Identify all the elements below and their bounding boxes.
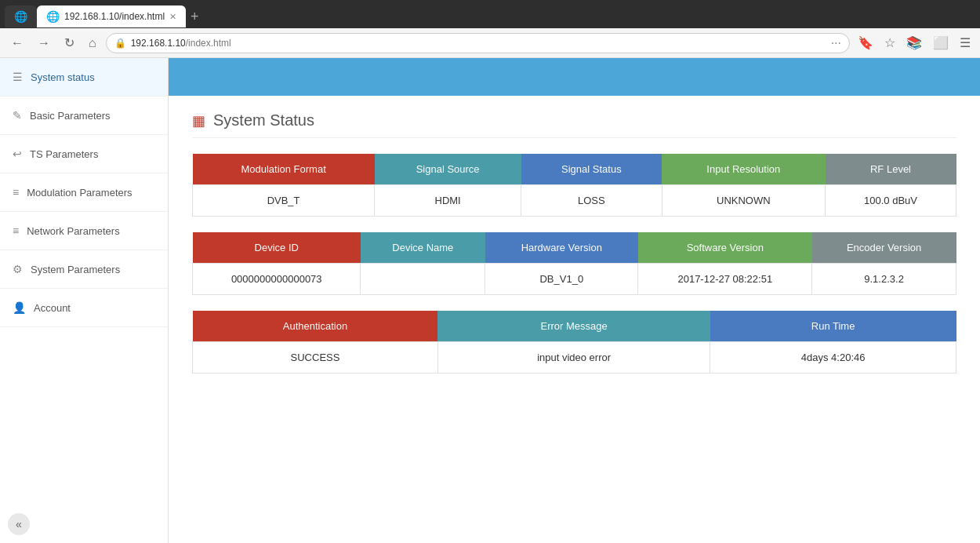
cell-signal-source: HDMI	[375, 185, 521, 217]
content-area: ▦ System Status Modulation Format Signal…	[169, 96, 980, 405]
th-input-resolution: Input Resolution	[662, 154, 825, 185]
cell-software-version: 2017-12-27 08:22:51	[638, 264, 812, 295]
sidebar-item-basic-parameters[interactable]: ✎ Basic Parameters	[0, 97, 168, 135]
th-signal-source: Signal Source	[375, 154, 521, 185]
secure-icon: 🔒	[114, 38, 126, 49]
cell-rf-level: 100.0 dBuV	[826, 185, 956, 217]
sidebar-label-system-parameters: System Parameters	[31, 264, 120, 275]
sidebar-label-network-parameters: Network Parameters	[27, 225, 119, 237]
modulation-parameters-icon: ≡	[13, 186, 19, 199]
sidebar-item-account[interactable]: 👤 Account	[0, 289, 168, 327]
th-modulation-format: Modulation Format	[193, 154, 375, 185]
cell-device-id: 0000000000000073	[193, 264, 361, 295]
library-icon[interactable]: 📚	[903, 34, 925, 52]
th-run-time: Run Time	[710, 311, 956, 342]
app-container: ☰ System status ✎ Basic Parameters ↩ TS …	[0, 58, 980, 543]
sidebar-label-account: Account	[34, 302, 71, 314]
page-title-text: System Status	[213, 111, 314, 129]
th-authentication: Authentication	[193, 311, 438, 342]
cell-authentication: SUCCESS	[193, 342, 438, 374]
browser-chrome: 🌐 🌐 192.168.1.10/index.html ✕ + ← → ↻ ⌂ …	[0, 0, 980, 58]
th-software-version: Software Version	[638, 232, 812, 264]
sidebar-item-system-status[interactable]: ☰ System status	[0, 58, 168, 97]
sidebar-label-basic-parameters: Basic Parameters	[30, 110, 111, 122]
cell-error-message: input video error	[437, 342, 710, 374]
tabs-icon[interactable]: ⬜	[930, 34, 952, 52]
cell-input-resolution: UNKNOWN	[662, 185, 825, 217]
address-url: 192.168.1.10/index.html	[131, 38, 826, 49]
sidebar-item-modulation-parameters[interactable]: ≡ Modulation Parameters	[0, 173, 168, 212]
sidebar-label-ts-parameters: TS Parameters	[30, 148, 98, 160]
tab-close-button[interactable]: ✕	[169, 12, 176, 22]
home-button[interactable]: ⌂	[84, 35, 101, 52]
cell-modulation-format: DVB_T	[193, 185, 375, 217]
menu-icon[interactable]: ☰	[956, 34, 974, 52]
ts-parameters-icon: ↩	[13, 148, 22, 160]
cell-signal-status: LOSS	[521, 185, 662, 217]
new-tab-button[interactable]: +	[186, 9, 204, 25]
system-status-icon: ☰	[13, 71, 23, 83]
th-device-name: Device Name	[361, 232, 485, 264]
address-more-icon: ···	[831, 36, 841, 50]
th-encoder-version: Encoder Version	[812, 232, 956, 264]
table-row: SUCCESS input video error 4days 4:20:46	[193, 342, 956, 374]
sidebar-label-system-status: System status	[31, 71, 95, 83]
sidebar-item-network-parameters[interactable]: ≡ Network Parameters	[0, 212, 168, 250]
page-title: ▦ System Status	[192, 111, 956, 138]
reload-button[interactable]: ↻	[60, 34, 79, 52]
th-hardware-version: Hardware Version	[485, 232, 638, 264]
address-bar[interactable]: 🔒 192.168.1.10/index.html ···	[106, 33, 850, 53]
sidebar-collapse-button[interactable]: «	[8, 513, 30, 535]
tab-active-label: 192.168.1.10/index.html	[64, 11, 165, 22]
network-parameters-icon: ≡	[13, 224, 19, 237]
cell-hardware-version: DB_V1_0	[485, 264, 638, 295]
sidebar-item-system-parameters[interactable]: ⚙ System Parameters	[0, 250, 168, 289]
sidebar-label-modulation-parameters: Modulation Parameters	[27, 187, 132, 199]
tab-inactive[interactable]: 🌐	[5, 5, 37, 27]
tab-active[interactable]: 🌐 192.168.1.10/index.html ✕	[37, 5, 186, 27]
th-device-id: Device ID	[193, 232, 361, 264]
main-content: ▦ System Status Modulation Format Signal…	[169, 58, 980, 543]
active-tab-icon: 🌐	[46, 10, 60, 23]
tab-bar: 🌐 🌐 192.168.1.10/index.html ✕ +	[0, 0, 980, 28]
table-signal-info: Modulation Format Signal Source Signal S…	[192, 154, 956, 217]
sidebar-item-ts-parameters[interactable]: ↩ TS Parameters	[0, 135, 168, 173]
inactive-tab-icon: 🌐	[14, 10, 27, 23]
nav-bar: ← → ↻ ⌂ 🔒 192.168.1.10/index.html ··· 🔖 …	[0, 28, 980, 58]
cell-encoder-version: 9.1.2.3.2	[812, 264, 956, 295]
table-device-info: Device ID Device Name Hardware Version S…	[192, 232, 956, 295]
star-icon[interactable]: ☆	[881, 34, 898, 52]
forward-button[interactable]: →	[33, 35, 55, 52]
table-row: 0000000000000073 DB_V1_0 2017-12-27 08:2…	[193, 264, 956, 295]
bookmarks-icon[interactable]: 🔖	[855, 34, 877, 52]
cell-device-name	[361, 264, 485, 295]
table-auth-info: Authentication Error Message Run Time SU…	[192, 311, 956, 374]
th-signal-status: Signal Status	[521, 154, 662, 185]
th-rf-level: RF Level	[826, 154, 956, 185]
th-error-message: Error Message	[437, 311, 710, 342]
url-domain: 192.168.1.10	[131, 38, 186, 49]
nav-icons: 🔖 ☆ 📚 ⬜ ☰	[855, 34, 974, 52]
app-header	[169, 58, 980, 96]
url-path: /index.html	[186, 38, 231, 49]
back-button[interactable]: ←	[6, 35, 28, 52]
account-icon: 👤	[13, 301, 26, 314]
system-parameters-icon: ⚙	[13, 263, 23, 275]
title-icon: ▦	[192, 112, 205, 129]
collapse-icon: «	[16, 518, 22, 530]
table-row: DVB_T HDMI LOSS UNKNOWN 100.0 dBuV	[193, 185, 956, 217]
cell-run-time: 4days 4:20:46	[710, 342, 956, 374]
basic-parameters-icon: ✎	[13, 109, 22, 122]
sidebar: ☰ System status ✎ Basic Parameters ↩ TS …	[0, 58, 169, 543]
